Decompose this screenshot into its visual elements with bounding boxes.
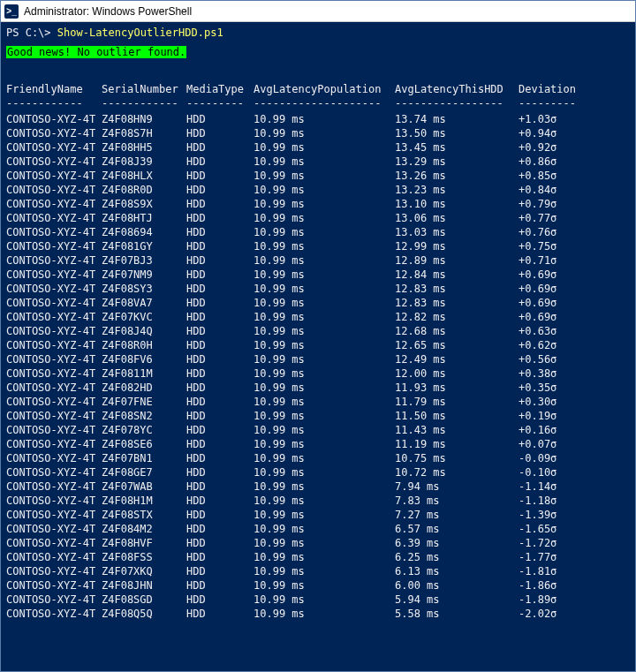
cell-serialnumber: Z4F08HVF <box>102 536 186 550</box>
cell-serialnumber: Z4F08VA7 <box>102 296 186 310</box>
cell-deviation: +0.76σ <box>519 225 589 239</box>
cell-serialnumber: Z4F084M2 <box>102 522 186 536</box>
cell-serialnumber: Z4F08SE6 <box>102 437 186 451</box>
status-line: Good news! No outlier found. <box>6 45 630 59</box>
cell-avglatencythis: 13.74 ms <box>395 112 519 126</box>
cell-serialnumber: Z4F07XKQ <box>102 564 186 578</box>
cell-friendlyname: CONTOSO-XYZ-4T <box>6 564 102 578</box>
table-row: CONTOSO-XYZ-4TZ4F078YCHDD10.99 ms11.43 m… <box>6 423 630 437</box>
cell-avglatencypop: 10.99 ms <box>254 268 395 282</box>
table-row: CONTOSO-XYZ-4TZ4F07WABHDD10.99 ms 7.94 m… <box>6 479 630 494</box>
cell-avglatencypop: 10.99 ms <box>254 183 395 197</box>
table-row: CONTOSO-XYZ-4TZ4F07NM9HDD10.99 ms12.84 m… <box>6 268 630 282</box>
cell-friendlyname: CONTOSO-XYZ-4T <box>6 324 102 338</box>
prompt-line: PS C:\> Show-LatencyOutlierHDD.ps1 <box>6 26 630 40</box>
cell-deviation: -1.14σ <box>519 479 589 494</box>
cell-avglatencythis: 13.29 ms <box>395 155 519 169</box>
cell-deviation: +0.35σ <box>519 381 589 395</box>
cell-friendlyname: CONTOSO-XYZ-4T <box>6 494 102 508</box>
cell-friendlyname: CONTOSO-XYZ-4T <box>6 508 102 522</box>
cell-avglatencypop: 10.99 ms <box>254 225 395 239</box>
cell-serialnumber: Z4F08GE7 <box>102 465 186 479</box>
table-row: CONTOSO-XYZ-4TZ4F08SGDHDD10.99 ms 5.94 m… <box>6 593 630 607</box>
table-row: CONTOSO-XYZ-4TZ4F07BJ3HDD10.99 ms12.89 m… <box>6 253 630 268</box>
table-row: CONTOSO-XYZ-4TZ4F08H1MHDD10.99 ms 7.83 m… <box>6 494 630 508</box>
cell-deviation: +0.94σ <box>519 126 589 140</box>
cell-mediatype: HDD <box>186 578 254 593</box>
cell-avglatencythis: 6.25 ms <box>395 550 519 564</box>
cell-avglatencythis: 12.65 ms <box>395 338 519 352</box>
cell-avglatencythis: 5.94 ms <box>395 593 519 607</box>
cell-avglatencypop: 10.99 ms <box>254 451 395 465</box>
cell-deviation: +0.69σ <box>519 268 589 282</box>
cell-deviation: +0.63σ <box>519 324 589 338</box>
cell-deviation: +0.92σ <box>519 140 589 155</box>
cell-friendlyname: CONTOSO-XYZ-4T <box>6 310 102 324</box>
table-row: CONTOSO-XYZ-4TZ4F07BN1HDD10.99 ms10.75 m… <box>6 451 630 465</box>
cell-avglatencypop: 10.99 ms <box>254 381 395 395</box>
cell-serialnumber: Z4F08HTJ <box>102 211 186 225</box>
cell-avglatencythis: 11.50 ms <box>395 409 519 423</box>
cell-mediatype: HDD <box>186 409 254 423</box>
cell-mediatype: HDD <box>186 423 254 437</box>
cell-deviation: +0.69σ <box>519 282 589 296</box>
cell-avglatencythis: 6.57 ms <box>395 522 519 536</box>
powershell-window: >_ Administrator: Windows PowerShell PS … <box>0 0 636 672</box>
table-row: CONTOSO-XYZ-4TZ4F07KVCHDD10.99 ms12.82 m… <box>6 310 630 324</box>
cell-mediatype: HDD <box>186 593 254 607</box>
cell-avglatencythis: 7.83 ms <box>395 494 519 508</box>
cell-mediatype: HDD <box>186 338 254 352</box>
table-row: CONTOSO-XYZ-4TZ4F08SY3HDD10.99 ms12.83 m… <box>6 282 630 296</box>
cell-deviation: +0.77σ <box>519 211 589 225</box>
cell-avglatencythis: 12.82 ms <box>395 310 519 324</box>
prompt-command: Show-LatencyOutlierHDD.ps1 <box>57 26 223 39</box>
cell-mediatype: HDD <box>186 126 254 140</box>
cell-mediatype: HDD <box>186 112 254 126</box>
cell-friendlyname: CONTOSO-XYZ-4T <box>6 253 102 268</box>
status-message: Good news! No outlier found. <box>6 46 186 58</box>
cell-avglatencypop: 10.99 ms <box>254 479 395 494</box>
window-titlebar[interactable]: >_ Administrator: Windows PowerShell <box>1 1 635 22</box>
cell-serialnumber: Z4F08H1M <box>102 494 186 508</box>
cell-serialnumber: Z4F08Q5Q <box>102 607 186 621</box>
cell-friendlyname: CONTOSO-XYZ-4T <box>6 536 102 550</box>
cell-mediatype: HDD <box>186 310 254 324</box>
cell-avglatencythis: 11.93 ms <box>395 381 519 395</box>
cell-mediatype: HDD <box>186 253 254 268</box>
cell-mediatype: HDD <box>186 225 254 239</box>
cell-mediatype: HDD <box>186 381 254 395</box>
cell-serialnumber: Z4F08SN2 <box>102 409 186 423</box>
header-deviation: Deviation <box>519 82 589 96</box>
cell-avglatencypop: 10.99 ms <box>254 296 395 310</box>
cell-friendlyname: CONTOSO-XYZ-4T <box>6 211 102 225</box>
cell-serialnumber: Z4F08FSS <box>102 550 186 564</box>
table-body: CONTOSO-XYZ-4TZ4F08HN9HDD10.99 ms13.74 m… <box>6 112 630 621</box>
table-row: CONTOSO-XYZ-4TZ4F08694HDD10.99 ms13.03 m… <box>6 225 630 239</box>
cell-avglatencypop: 10.99 ms <box>254 324 395 338</box>
cell-mediatype: HDD <box>186 169 254 183</box>
cell-friendlyname: CONTOSO-XYZ-4T <box>6 126 102 140</box>
cell-friendlyname: CONTOSO-XYZ-4T <box>6 395 102 409</box>
cell-friendlyname: CONTOSO-XYZ-4T <box>6 479 102 494</box>
cell-avglatencypop: 10.99 ms <box>254 578 395 593</box>
cell-avglatencythis: 13.03 ms <box>395 225 519 239</box>
cell-friendlyname: CONTOSO-XYZ-4T <box>6 593 102 607</box>
cell-friendlyname: CONTOSO-XYZ-4T <box>6 409 102 423</box>
cell-avglatencypop: 10.99 ms <box>254 211 395 225</box>
cell-friendlyname: CONTOSO-XYZ-4T <box>6 155 102 169</box>
table-header-row: FriendlyName SerialNumber MediaType AvgL… <box>6 82 630 96</box>
cell-deviation: +0.79σ <box>519 197 589 211</box>
cell-friendlyname: CONTOSO-XYZ-4T <box>6 225 102 239</box>
cell-serialnumber: Z4F0811M <box>102 366 186 381</box>
table-row: CONTOSO-XYZ-4TZ4F08R0HHDD10.99 ms12.65 m… <box>6 338 630 352</box>
cell-friendlyname: CONTOSO-XYZ-4T <box>6 366 102 381</box>
cell-mediatype: HDD <box>186 197 254 211</box>
cell-serialnumber: Z4F08SY3 <box>102 282 186 296</box>
table-row: CONTOSO-XYZ-4TZ4F07FNEHDD10.99 ms11.79 m… <box>6 395 630 409</box>
cell-serialnumber: Z4F08STX <box>102 508 186 522</box>
terminal-body[interactable]: PS C:\> Show-LatencyOutlierHDD.ps1 Good … <box>1 22 635 671</box>
cell-deviation: +0.75σ <box>519 239 589 253</box>
cell-serialnumber: Z4F07NM9 <box>102 268 186 282</box>
cell-avglatencypop: 10.99 ms <box>254 169 395 183</box>
cell-deviation: +0.84σ <box>519 183 589 197</box>
